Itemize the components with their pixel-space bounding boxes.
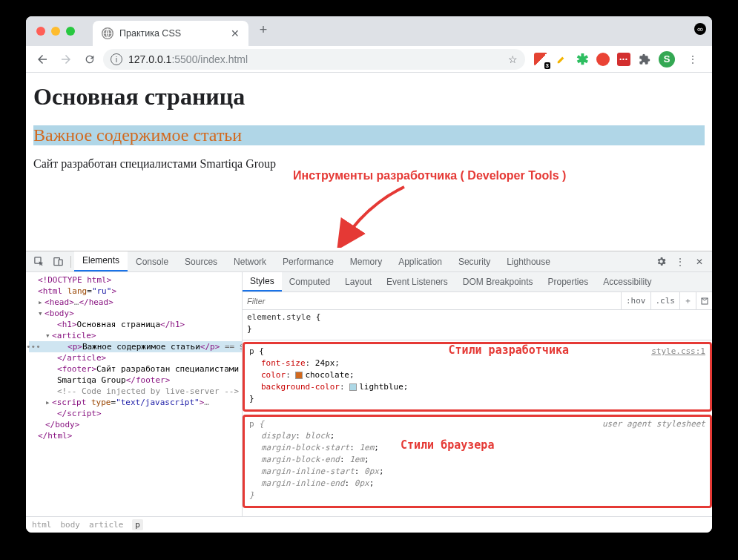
css-declaration[interactable]: color: chocolate; <box>249 369 705 381</box>
css-declaration: margin-inline-end: 0px; <box>249 478 705 490</box>
styles-tab-properties[interactable]: Properties <box>541 272 596 292</box>
color-swatch[interactable] <box>295 372 303 379</box>
styles-filter-row: :hov .cls ＋ <box>243 292 712 310</box>
styles-tab-computed[interactable]: Computed <box>282 272 337 292</box>
profile-avatar[interactable]: S <box>659 51 675 67</box>
styles-tabbar: StylesComputedLayoutEvent ListenersDOM B… <box>243 272 712 292</box>
devtools-panel: ElementsConsoleSourcesNetworkPerformance… <box>26 251 712 533</box>
page-viewport: Основная страница Важное содержимое стат… <box>26 73 712 251</box>
css-declaration: margin-block-end: 1em; <box>249 454 705 466</box>
devtools-tabbar: ElementsConsoleSourcesNetworkPerformance… <box>26 251 712 272</box>
forward-button[interactable] <box>56 49 76 70</box>
breadcrumb-article[interactable]: article <box>89 520 123 530</box>
site-info-icon[interactable]: i <box>111 53 122 65</box>
svg-point-2 <box>700 28 702 30</box>
browser-tab[interactable]: Практика CSS ✕ <box>93 21 248 46</box>
breadcrumb-p[interactable]: p <box>132 519 143 530</box>
devtools-tab-sources[interactable]: Sources <box>177 251 225 272</box>
styles-tab-accessibility[interactable]: Accessibility <box>596 272 659 292</box>
devtools-close-icon[interactable]: ✕ <box>690 252 709 271</box>
developer-styles-block[interactable]: style.css:1 Стили разработчика p { font-… <box>243 342 712 412</box>
tab-strip: Практика CSS ✕ + <box>93 16 274 46</box>
dom-tree[interactable]: <!DOCTYPE html> <html lang="ru"> ▸<head>… <box>26 272 243 516</box>
toolbar: i 127.0.0.1:5500/index.html ☆ 3 ✱ ••• S … <box>26 46 712 73</box>
annotation-devtools-label: Инструменты разработчика ( Developer Too… <box>293 169 566 182</box>
devtools-menu-icon[interactable]: ⋮ <box>671 252 690 271</box>
dom-breadcrumbs[interactable]: htmlbodyarticlep <box>26 516 712 533</box>
new-rule-button[interactable]: ＋ <box>679 292 696 310</box>
inspect-element-icon[interactable] <box>29 252 48 271</box>
devtools-tab-application[interactable]: Application <box>390 251 450 272</box>
devtools-tab-elements[interactable]: Elements <box>74 251 128 271</box>
element-style-block[interactable]: element.style { } <box>243 310 712 340</box>
address-bar[interactable]: i 127.0.0.1:5500/index.html ☆ <box>103 49 525 70</box>
extension-pencil-icon[interactable] <box>555 53 568 66</box>
device-toolbar-icon[interactable] <box>48 252 67 271</box>
titlebar: Практика CSS ✕ + <box>26 16 712 46</box>
styles-tab-event-listeners[interactable]: Event Listeners <box>379 272 455 292</box>
url: 127.0.0.1:5500/index.html <box>128 53 248 65</box>
hov-toggle[interactable]: :hov <box>621 292 650 309</box>
user-agent-styles-block[interactable]: user agent stylesheet Стили браузера p {… <box>243 415 712 508</box>
reload-button[interactable] <box>79 49 100 70</box>
rule-source-link[interactable]: style.css:1 <box>651 346 705 358</box>
css-declaration: display: block; <box>249 430 705 442</box>
dom-selected-node: •••<p>Важное содержимое статьи</p> == $0 <box>29 341 242 352</box>
extension-evernote-icon[interactable]: ✱ <box>576 53 589 66</box>
svg-point-1 <box>698 28 700 30</box>
styles-tab-styles[interactable]: Styles <box>243 272 282 291</box>
devtools-tab-security[interactable]: Security <box>450 251 498 272</box>
incognito-icon <box>694 23 706 35</box>
breadcrumb-html[interactable]: html <box>32 520 52 530</box>
styles-filter-input[interactable] <box>243 297 621 306</box>
minimize-window-button[interactable] <box>51 27 60 36</box>
styles-pane: StylesComputedLayoutEvent ListenersDOM B… <box>243 272 712 516</box>
extensions-menu-icon[interactable] <box>638 53 651 66</box>
close-tab-button[interactable]: ✕ <box>231 27 240 39</box>
extensions-area: 3 ✱ ••• S ⋮ <box>528 49 706 70</box>
css-declaration[interactable]: font-size: 24px; <box>249 358 705 369</box>
bookmark-star-icon[interactable]: ☆ <box>508 53 518 65</box>
svg-rect-5 <box>59 260 62 266</box>
close-window-button[interactable] <box>36 27 45 36</box>
annotation-dev-styles: Стили разработчика <box>448 344 569 356</box>
devtools-tab-performance[interactable]: Performance <box>274 251 342 272</box>
back-button[interactable] <box>32 49 53 70</box>
css-declaration[interactable]: background-color: lightblue; <box>249 381 705 393</box>
css-declaration: margin-inline-start: 0px; <box>249 466 705 478</box>
styles-tab-layout[interactable]: Layout <box>337 272 379 292</box>
devtools-tab-lighthouse[interactable]: Lighthouse <box>498 251 559 272</box>
cls-toggle[interactable]: .cls <box>650 292 680 309</box>
extension-lastpass-icon[interactable]: ••• <box>617 53 630 66</box>
extension-todoist-icon[interactable]: 3 <box>534 53 547 66</box>
chrome-menu-button[interactable]: ⋮ <box>682 49 703 70</box>
color-swatch[interactable] <box>349 383 357 391</box>
extension-red-icon[interactable] <box>596 53 610 66</box>
rule-source-ua: user agent stylesheet <box>602 418 705 430</box>
devtools-settings-icon[interactable] <box>651 252 671 271</box>
globe-icon <box>102 27 113 39</box>
devtools-body: <!DOCTYPE html> <html lang="ru"> ▸<head>… <box>26 272 712 516</box>
devtools-tab-network[interactable]: Network <box>225 251 274 272</box>
breadcrumb-body[interactable]: body <box>61 520 81 530</box>
styles-pane-menu[interactable] <box>696 292 712 310</box>
page-heading: Основная страница <box>33 83 705 111</box>
window-controls <box>36 27 75 36</box>
css-declaration: margin-block-start: 1em; <box>249 442 705 454</box>
new-tab-button[interactable]: + <box>253 20 274 41</box>
maximize-window-button[interactable] <box>66 27 75 36</box>
devtools-tab-console[interactable]: Console <box>128 251 177 272</box>
article-paragraph: Важное содержимое статьи <box>33 125 705 145</box>
browser-window: Практика CSS ✕ + i 127.0.0.1:5500/index.… <box>26 16 712 533</box>
tab-title: Практика CSS <box>119 28 181 39</box>
annotation-arrow <box>323 182 412 248</box>
devtools-tab-memory[interactable]: Memory <box>342 251 390 272</box>
styles-tab-dom-breakpoints[interactable]: DOM Breakpoints <box>455 272 541 292</box>
